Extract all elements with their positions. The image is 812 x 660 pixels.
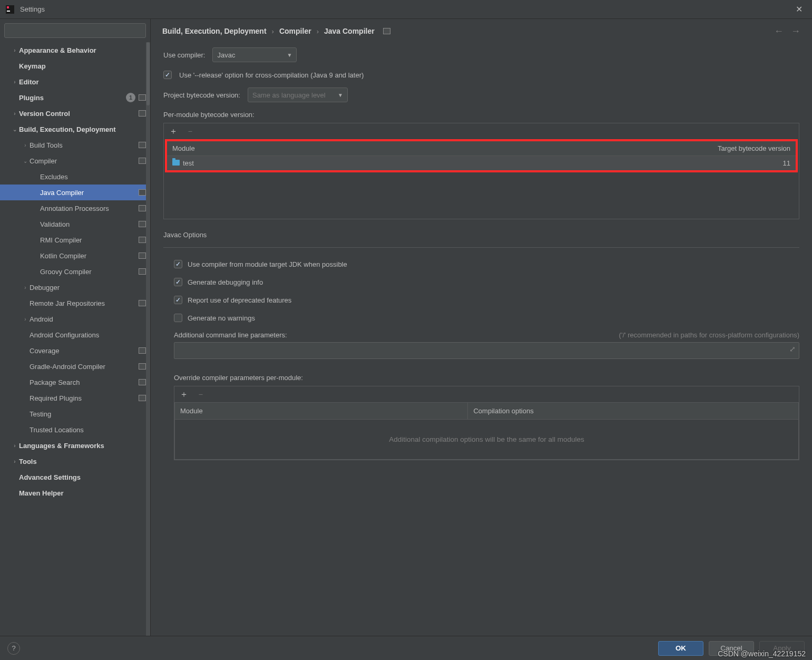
remove-module-button[interactable]: － xyxy=(186,126,194,137)
add-module-button[interactable]: ＋ xyxy=(169,126,178,137)
forward-icon[interactable]: → xyxy=(791,26,800,37)
sidebar-item[interactable]: Advanced Settings xyxy=(0,469,150,485)
opt-no-warnings-checkbox[interactable] xyxy=(174,314,182,322)
sidebar-item[interactable]: Maven Helper xyxy=(0,485,150,501)
close-icon[interactable]: ✕ xyxy=(791,2,807,16)
scope-icon xyxy=(139,237,146,243)
sidebar-item[interactable]: ›Languages & Frameworks xyxy=(0,438,150,453)
project-bytecode-combo[interactable]: Same as language level ▼ xyxy=(248,88,348,102)
sidebar-item[interactable]: Java Compiler xyxy=(0,185,150,200)
chevron-down-icon: ▼ xyxy=(287,52,292,58)
scope-icon xyxy=(139,94,146,101)
sidebar-item-label: Java Compiler xyxy=(40,189,84,197)
sidebar-item[interactable]: Trusted Locations xyxy=(0,422,150,438)
sidebar-item[interactable]: ›Android xyxy=(0,311,150,327)
sidebar-scrollbar[interactable] xyxy=(146,42,150,636)
sidebar-item[interactable]: Android Configurations xyxy=(0,327,150,343)
scope-icon xyxy=(139,268,146,275)
col-module: Module xyxy=(167,141,346,156)
use-compiler-label: Use compiler: xyxy=(163,51,205,59)
sidebar-item[interactable]: Excludes xyxy=(0,169,150,185)
sidebar-item-label: Compiler xyxy=(30,157,57,165)
release-option-checkbox[interactable] xyxy=(163,71,172,79)
sidebar-item-label: Keymap xyxy=(19,62,46,70)
app-icon xyxy=(5,5,15,14)
sidebar-item[interactable]: ›Debugger xyxy=(0,279,150,295)
sidebar-item[interactable]: Groovy Compiler xyxy=(0,264,150,279)
sidebar-item[interactable]: Kotlin Compiler xyxy=(0,248,150,264)
crumb-3: Java Compiler xyxy=(324,27,375,35)
apply-button[interactable]: Apply xyxy=(759,641,805,656)
chevron-down-icon: ▼ xyxy=(338,92,343,98)
table-header-row: Module Compilation options xyxy=(175,403,799,420)
chevron-icon: › xyxy=(11,443,19,449)
use-compiler-combo[interactable]: Javac ▼ xyxy=(212,47,297,62)
sidebar-item[interactable]: ›Tools xyxy=(0,453,150,469)
release-option-label: Use '--release' option for cross-compila… xyxy=(179,71,364,79)
addl-params-input[interactable]: ⤢ xyxy=(174,342,799,359)
sidebar-item-label: Remote Jar Repositories xyxy=(30,299,105,307)
add-override-button[interactable]: ＋ xyxy=(180,389,188,400)
sidebar-item[interactable]: Testing xyxy=(0,406,150,422)
override-table[interactable]: Module Compilation options xyxy=(174,402,799,420)
help-button[interactable]: ? xyxy=(7,642,20,655)
crumb-2[interactable]: Compiler xyxy=(279,27,311,35)
chevron-icon: › xyxy=(21,142,30,148)
remove-override-button[interactable]: － xyxy=(197,389,205,400)
sidebar-item-label: Annotation Processors xyxy=(40,205,109,212)
addl-params-hint: ('/' recommended in paths for cross-plat… xyxy=(619,331,799,339)
project-bytecode-label: Project bytecode version: xyxy=(163,91,240,99)
sidebar-item[interactable]: Coverage xyxy=(0,343,150,358)
opt-deprecated-checkbox[interactable] xyxy=(174,296,182,304)
sidebar-item[interactable]: Package Search xyxy=(0,374,150,390)
sidebar-item[interactable]: Validation xyxy=(0,216,150,232)
chevron-icon: › xyxy=(11,111,19,117)
expand-icon[interactable]: ⤢ xyxy=(789,345,796,353)
sidebar-item-label: RMI Compiler xyxy=(40,236,82,244)
svg-rect-2 xyxy=(7,11,10,12)
sidebar-item[interactable]: Gradle-Android Compiler xyxy=(0,358,150,374)
sidebar-item[interactable]: Required Plugins xyxy=(0,390,150,406)
settings-tree[interactable]: ›Appearance & BehaviorKeymap›EditorPlugi… xyxy=(0,42,150,636)
search-input[interactable] xyxy=(4,23,146,38)
sidebar-item[interactable]: ⌄Compiler xyxy=(0,153,150,169)
sidebar-item-label: Version Control xyxy=(19,110,70,118)
sidebar-item[interactable]: ›Editor xyxy=(0,74,150,90)
opt-module-jdk-checkbox[interactable] xyxy=(174,260,182,268)
chevron-icon: › xyxy=(11,459,19,464)
cancel-button[interactable]: Cancel xyxy=(709,641,754,656)
sidebar-item[interactable]: Plugins1 xyxy=(0,90,150,105)
opt-debug-info-checkbox[interactable] xyxy=(174,278,182,286)
scope-icon xyxy=(139,142,146,148)
sidebar-item[interactable]: ›Appearance & Behavior xyxy=(0,42,150,58)
sidebar-item[interactable]: ›Build Tools xyxy=(0,137,150,153)
ok-button[interactable]: OK xyxy=(658,641,703,656)
sidebar-item[interactable]: ⌄Build, Execution, Deployment xyxy=(0,121,150,137)
crumb-1[interactable]: Build, Execution, Deployment xyxy=(162,27,267,35)
sidebar-item-label: Advanced Settings xyxy=(19,473,81,481)
sidebar-item-label: Appearance & Behavior xyxy=(19,46,96,54)
chevron-icon: › xyxy=(21,316,30,322)
scope-icon xyxy=(383,28,390,34)
table-row[interactable]: test 11 xyxy=(167,156,796,171)
sidebar-item-label: Excludes xyxy=(40,173,68,181)
sidebar-item-label: Languages & Frameworks xyxy=(19,442,104,450)
sidebar-item-label: Tools xyxy=(19,458,37,465)
back-icon[interactable]: ← xyxy=(774,26,784,37)
sidebar-item-label: Android Configurations xyxy=(30,331,99,339)
sidebar-item[interactable]: Keymap xyxy=(0,58,150,74)
sidebar-item[interactable]: ›Version Control xyxy=(0,105,150,121)
opt-module-jdk-label: Use compiler from module target JDK when… xyxy=(188,260,347,268)
chevron-icon: › xyxy=(11,79,19,85)
scope-icon xyxy=(139,253,146,259)
chevron-icon: ⌄ xyxy=(11,127,19,132)
module-bytecode-table[interactable]: Module Target bytecode version test 11 xyxy=(167,141,796,170)
sidebar-item-label: Build Tools xyxy=(30,141,63,149)
scope-icon xyxy=(139,189,146,196)
chevron-icon: › xyxy=(11,47,19,53)
sidebar-item[interactable]: RMI Compiler xyxy=(0,232,150,248)
sidebar-item-label: Plugins xyxy=(19,94,44,102)
sidebar-item-label: Trusted Locations xyxy=(30,426,84,434)
sidebar-item[interactable]: Annotation Processors xyxy=(0,200,150,216)
sidebar-item[interactable]: Remote Jar Repositories xyxy=(0,295,150,311)
